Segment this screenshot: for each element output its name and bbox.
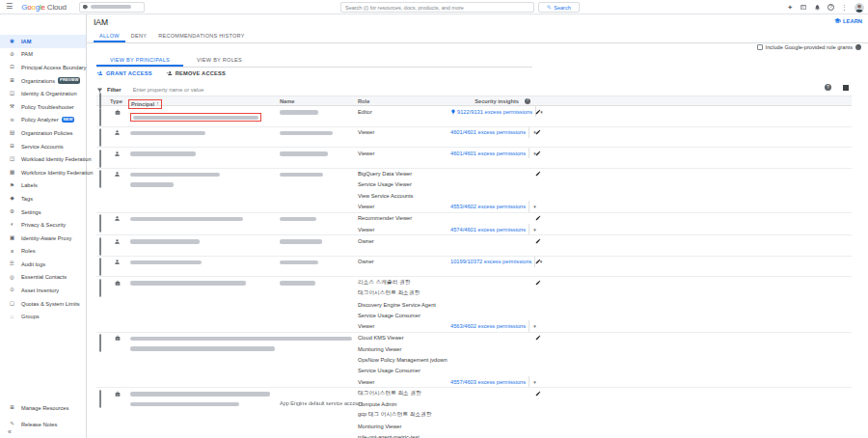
policy-troubleshooter-icon: ⚒ bbox=[8, 104, 16, 110]
security-insight-link[interactable]: 4563/4602 excess permissions bbox=[450, 323, 529, 329]
more-vert-icon[interactable]: ⋮ bbox=[841, 4, 848, 11]
sidebar-item-roles[interactable]: ≡ Roles bbox=[0, 245, 86, 259]
grant-access-button[interactable]: GRANT ACCESS bbox=[96, 70, 152, 76]
asset-inventory-icon: ⊙ bbox=[8, 287, 16, 293]
cloud-shell-icon[interactable] bbox=[800, 4, 807, 11]
row-checkbox[interactable] bbox=[99, 237, 101, 256]
edit-pencil-icon[interactable] bbox=[535, 151, 541, 156]
sidebar-item-manage-resources[interactable]: ⊞ Manage Resources bbox=[0, 401, 86, 415]
column-header-security-insights[interactable]: Security insights bbox=[450, 98, 522, 104]
edit-pencil-icon[interactable] bbox=[535, 259, 541, 264]
help-icon[interactable]: ? bbox=[827, 4, 834, 11]
sidebar-item-release-notes[interactable]: ✎ Release Notes bbox=[0, 418, 86, 431]
security-insight-link[interactable]: 4557/4603 excess permissions bbox=[450, 379, 529, 385]
edit-pencil-icon[interactable] bbox=[535, 391, 541, 397]
sidebar-item-settings[interactable]: ⚙ Settings bbox=[0, 205, 86, 219]
sidebar-item-policy-analyzer[interactable]: ≋ Policy Analyzer NEW bbox=[0, 114, 86, 127]
gemini-icon[interactable]: ✦ bbox=[787, 4, 793, 11]
roles-cell: 태그어시스턴트 최소 권한Compute Admingcp 태그 어시스턴트 최… bbox=[358, 388, 533, 438]
row-checkbox[interactable] bbox=[99, 258, 101, 276]
edit-pencil-icon[interactable] bbox=[535, 215, 541, 221]
role-name: Service Usage Consumer bbox=[358, 368, 450, 373]
sidebar-item-privacy-security[interactable]: ◐ Privacy & Security bbox=[0, 218, 86, 232]
insight-expand-caret-icon bbox=[522, 399, 533, 410]
tab-recommendations-history[interactable]: RECOMMENDATIONS HISTORY bbox=[152, 33, 250, 42]
role-name: role-opt-agent-metric-test bbox=[358, 434, 450, 438]
include-help-icon[interactable]: ? bbox=[855, 44, 861, 50]
account-avatar[interactable] bbox=[854, 3, 864, 13]
menu-icon[interactable]: ☰ bbox=[6, 3, 13, 11]
search-placeholder: Search (/) for resources, docs, products… bbox=[345, 5, 464, 11]
sidebar-item-organizations[interactable]: ⊞ Organizations PREVIEW bbox=[0, 74, 86, 88]
edit-pencil-icon[interactable] bbox=[535, 171, 541, 177]
sidebar-item-pam[interactable]: ⊘ PAM bbox=[0, 48, 86, 62]
table-help-icon[interactable]: ? bbox=[825, 84, 831, 91]
roles-cell: Recommender ViewerViewer4574/4601 excess… bbox=[358, 213, 533, 235]
sidebar-item-groups[interactable]: ∷ Groups bbox=[0, 310, 86, 323]
role-name: Cloud KMS Viewer bbox=[358, 335, 450, 341]
row-checkbox[interactable] bbox=[99, 390, 101, 408]
remove-access-button[interactable]: REMOVE ACCESS bbox=[166, 70, 226, 76]
subtab-view-by-principals[interactable]: VIEW BY PRINCIPALS bbox=[96, 57, 183, 67]
edit-pencil-icon[interactable] bbox=[535, 109, 541, 115]
principal-display-name: App Engine default service account bbox=[280, 400, 363, 406]
search-input[interactable]: Search (/) for resources, docs, products… bbox=[340, 2, 534, 13]
insight-expand-caret-icon bbox=[522, 431, 533, 438]
person-icon bbox=[110, 235, 127, 256]
security-insight-link[interactable]: 4553/4602 excess permissions bbox=[450, 204, 529, 209]
row-checkbox[interactable] bbox=[99, 334, 101, 352]
subtab-view-by-roles[interactable]: VIEW BY ROLES bbox=[183, 57, 256, 67]
role-name: Viewer bbox=[358, 151, 450, 156]
badge-preview: PREVIEW bbox=[58, 77, 80, 83]
column-display-options-icon[interactable] bbox=[843, 85, 849, 91]
sidebar-item-service-accounts[interactable]: ⊟ Service Accounts bbox=[0, 140, 86, 153]
role-name: 리소스 스케줄러 권한 bbox=[358, 279, 450, 287]
service-account-icon bbox=[110, 106, 127, 126]
project-selector[interactable] bbox=[79, 2, 145, 13]
column-header-name[interactable]: Name bbox=[275, 98, 358, 104]
edit-pencil-icon[interactable] bbox=[535, 129, 541, 135]
tab-deny[interactable]: DENY bbox=[125, 33, 152, 42]
edit-pencil-icon[interactable] bbox=[535, 335, 541, 341]
security-insight-link[interactable]: 4601/4601 excess permissions bbox=[450, 151, 529, 156]
security-insight-link[interactable]: 4601/4601 excess permissions bbox=[450, 129, 529, 135]
row-checkbox[interactable] bbox=[99, 214, 101, 233]
collapse-sidebar-icon[interactable]: « bbox=[8, 428, 12, 435]
sidebar-item-principal-access-boundary[interactable]: ⊡ Principal Access Boundary bbox=[0, 61, 86, 74]
include-checkbox[interactable] bbox=[757, 44, 763, 50]
sidebar-item-tags[interactable]: ◆ Tags bbox=[0, 192, 86, 205]
sidebar-item-workforce-identity-federation[interactable]: ▦ Workforce Identity Federation bbox=[0, 166, 86, 179]
column-header-type[interactable]: Type bbox=[110, 98, 127, 104]
sidebar-item-organization-policies[interactable]: ▤ Organization Policies bbox=[0, 126, 86, 140]
security-insight-link[interactable]: 4574/4601 excess permissions bbox=[450, 227, 529, 233]
column-header-role[interactable]: Role bbox=[358, 98, 450, 104]
sidebar-item-audit-logs[interactable]: ☰ Audit logs bbox=[0, 258, 86, 271]
row-checkbox[interactable] bbox=[99, 150, 101, 168]
security-insight-link[interactable]: 9122/9131 excess permissions bbox=[450, 109, 535, 115]
sidebar-item-iam[interactable]: ◉ IAM bbox=[0, 35, 86, 48]
row-checkbox[interactable] bbox=[99, 108, 101, 126]
security-insights-help-icon[interactable]: ? bbox=[525, 98, 530, 104]
sidebar-item-identity-aware-proxy[interactable]: ▣ Identity-Aware Proxy bbox=[0, 232, 86, 245]
sidebar-item-workload-identity-federation[interactable]: ◳ Workload Identity Federation bbox=[0, 152, 86, 166]
sidebar-item-essential-contacts[interactable]: ◎ Essential Contacts bbox=[0, 271, 86, 285]
notifications-bell-icon[interactable] bbox=[814, 4, 821, 11]
sidebar-item-quotas-system-limits[interactable]: ▢ Quotas & System Limits bbox=[0, 297, 86, 311]
row-checkbox[interactable] bbox=[99, 128, 101, 147]
sidebar-item-asset-inventory[interactable]: ⊙ Asset Inventory bbox=[0, 284, 86, 297]
settings-icon: ⚙ bbox=[8, 209, 16, 215]
iam-icon: ◉ bbox=[8, 39, 16, 44]
security-insight-link[interactable]: 10199/10372 excess permissions bbox=[450, 259, 534, 264]
principal-redacted bbox=[130, 402, 239, 407]
search-button[interactable]: Search bbox=[538, 2, 580, 13]
sidebar-item-policy-troubleshooter[interactable]: ⚒ Policy Troubleshooter bbox=[0, 100, 86, 114]
sidebar-item-identity-organization[interactable]: ◫ Identity & Organization bbox=[0, 87, 86, 100]
tab-allow[interactable]: ALLOW bbox=[94, 33, 125, 42]
row-checkbox[interactable] bbox=[99, 279, 101, 297]
edit-pencil-icon[interactable] bbox=[535, 280, 541, 286]
quotas-icon: ▢ bbox=[8, 301, 16, 307]
edit-pencil-icon[interactable] bbox=[535, 238, 541, 244]
row-checkbox[interactable] bbox=[99, 170, 101, 188]
sidebar-item-labels[interactable]: ⚑ Labels bbox=[0, 179, 86, 193]
insight-expand-caret-icon bbox=[522, 179, 533, 190]
